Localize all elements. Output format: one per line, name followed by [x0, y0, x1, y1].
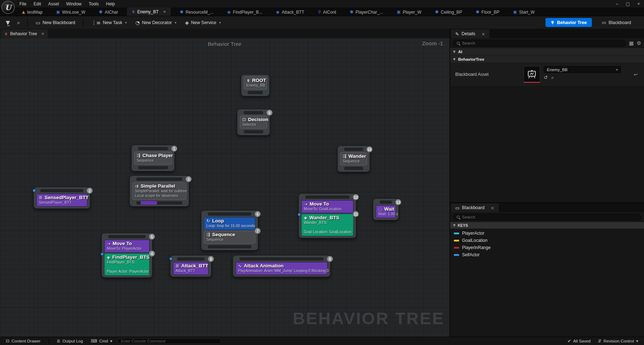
- input-connector[interactable]: [136, 178, 182, 181]
- input-connector[interactable]: [208, 212, 251, 216]
- menu-edit[interactable]: Edit: [30, 0, 45, 8]
- node-section-service[interactable]: ◈FindPlayer_BTSFindPlayer_BTS: Player Ac…: [104, 253, 150, 276]
- node-section-task[interactable]: ≣SensedPlayer_BTTSensedPlayer_BTT: [36, 194, 87, 207]
- output-connector[interactable]: [344, 167, 363, 170]
- asset-tab-floor_bp[interactable]: ⚉Floor_BP: [471, 8, 504, 16]
- input-connector[interactable]: [244, 111, 263, 114]
- node-section-task[interactable]: ◌WaitWait: 1.00 s: [376, 205, 396, 218]
- use-selected-asset-icon[interactable]: ↺: [544, 75, 548, 80]
- reset-to-default-icon[interactable]: ↩: [634, 72, 638, 77]
- bt-node-loop[interactable]: ↻LoopLoop: loop for 15.00 seconds⇶Sequen…: [201, 210, 258, 250]
- bt-node-decision[interactable]: ⊡DecisionSelector0: [237, 109, 270, 135]
- asset-tab-findplayer_b[interactable]: ◉FindPlayer_B...: [223, 8, 267, 16]
- bt-node-simple-parallel[interactable]: ⇉Simple ParallelSimpleParallel: wait for…: [129, 175, 189, 207]
- bt-node-move-to-player[interactable]: ⇢Move ToMoveTo: PlayerActor◈FindPlayer_B…: [101, 233, 152, 278]
- close-button[interactable]: ×: [633, 1, 644, 7]
- node-section-task[interactable]: ∿Attack AnimationPlayAnimation: Anim:'MM…: [236, 262, 328, 275]
- blackboard-key-selfactor[interactable]: SelfActor: [450, 251, 644, 258]
- input-connector[interactable]: [239, 257, 324, 261]
- node-section-composite[interactable]: ⇉Simple ParallelSimpleParallel: wait for…: [132, 182, 186, 200]
- blackboard-key-playeractor[interactable]: PlayerActor: [450, 230, 644, 237]
- blackboard-key-goallocation[interactable]: GoalLocation: [450, 237, 644, 244]
- input-connector[interactable]: [40, 189, 83, 192]
- asset-tab-start_w[interactable]: ▣Start_W: [508, 8, 539, 16]
- node-section-composite[interactable]: ⇶WanderSequence: [340, 152, 367, 165]
- graph-doc-tab[interactable]: ⋔ Behavior Tree ×: [1, 29, 48, 38]
- node-section-composite[interactable]: ⇶SequenceSequence: [204, 231, 255, 244]
- node-section-task[interactable]: ⇢Move ToMoveTo: GoalLocation: [301, 200, 353, 213]
- input-connector[interactable]: [305, 196, 350, 199]
- menu-help[interactable]: Help: [102, 0, 119, 8]
- save-icon[interactable]: ▼̲: [3, 18, 13, 27]
- bt-node-root[interactable]: ⋔ROOTEnemy_BB: [241, 74, 270, 96]
- output-connector[interactable]: [138, 166, 168, 169]
- asset-tab-aichar[interactable]: ⚉AIChar: [94, 8, 123, 16]
- unreal-logo-icon[interactable]: U: [1, 1, 15, 14]
- asset-tab-resourcem_[interactable]: ⚉ResourceM_...: [175, 8, 218, 16]
- menu-asset[interactable]: Asset: [45, 0, 63, 8]
- close-icon[interactable]: ×: [481, 31, 485, 37]
- bt-node-move-to-goal[interactable]: ⇢Move ToMoveTo: GoalLocation◈Wander_BTSW…: [298, 193, 356, 238]
- browse-to-asset-icon[interactable]: ⌕: [14, 18, 23, 27]
- bt-node-wander[interactable]: ⇶WanderSequence10: [337, 146, 370, 172]
- category-behavior-tree[interactable]: ▼ BehaviorTree: [450, 56, 644, 63]
- node-section-composite[interactable]: ⊡DecisionSelector: [240, 116, 267, 129]
- output-connector[interactable]: [248, 91, 263, 94]
- asset-tab-player_w[interactable]: ▣Player_W: [392, 8, 426, 16]
- details-tab[interactable]: ✎ Details ×: [451, 29, 489, 38]
- bt-node-attack-btt[interactable]: ≣Attack_BTTAttack_BTT8: [170, 255, 211, 277]
- node-section-task[interactable]: ⇢Move ToMoveTo: PlayerActor: [104, 240, 150, 253]
- minimize-button[interactable]: –: [612, 1, 622, 7]
- cmd-dropdown[interactable]: ⌨ Cmd ▾: [88, 339, 115, 344]
- keys-section-header[interactable]: ▼ KEYS: [450, 222, 644, 229]
- browse-to-asset-icon[interactable]: ⌕: [551, 75, 554, 80]
- bt-node-wait[interactable]: ◌WaitWait: 1.00 s13: [373, 198, 399, 220]
- input-connector[interactable]: [344, 148, 363, 151]
- category-ai[interactable]: ▼ AI: [450, 48, 644, 56]
- details-search-input[interactable]: Search: [453, 40, 626, 46]
- settings-gear-icon[interactable]: ⚙: [636, 40, 641, 46]
- content-drawer-button[interactable]: ⊟ Content Drawer: [3, 339, 44, 344]
- blackboard-tab[interactable]: ▭ Blackboard ×: [451, 203, 499, 212]
- node-section-decorator[interactable]: ↻LoopLoop: loop for 15.00 seconds: [204, 217, 255, 230]
- asset-tab-playerchar_[interactable]: ⚉PlayerChar_...: [345, 8, 388, 16]
- blackboard-search-input[interactable]: Search: [453, 214, 641, 220]
- property-matrix-icon[interactable]: ▦: [629, 40, 634, 46]
- all-saved-status[interactable]: ✔ All Saved: [565, 339, 594, 344]
- close-icon[interactable]: ×: [163, 9, 166, 14]
- asset-tab-attack_btt[interactable]: ◉Attack_BTT: [271, 8, 309, 16]
- node-section-service[interactable]: ◈Wander_BTSWander_BTS: Goal Location: Go…: [301, 214, 353, 236]
- asset-tab-testmap[interactable]: ▲testMap: [17, 8, 47, 16]
- asset-tab-winlose_w[interactable]: ▣WinLose_W: [51, 8, 90, 16]
- output-log-button[interactable]: ≣ Output Log: [54, 339, 86, 344]
- blackboard-asset-dropdown[interactable]: Enemy_BB ▾: [544, 66, 621, 73]
- node-section-task[interactable]: ≣Attack_BTTAttack_BTT: [173, 262, 209, 275]
- menu-tools[interactable]: Tools: [85, 0, 102, 8]
- console-command-input[interactable]: Enter Console Command: [117, 338, 221, 344]
- blackboard-mode-button[interactable]: ▭ Blackboard: [597, 18, 636, 27]
- output-connector[interactable]: [244, 130, 263, 133]
- close-icon[interactable]: ×: [41, 31, 45, 36]
- new-service-button[interactable]: ◈ New Service ▾: [182, 18, 224, 27]
- new-decorator-button[interactable]: ◔ New Decorator ▾: [132, 18, 180, 27]
- asset-tab-ceiling_bp[interactable]: ⚉Ceiling_BP: [430, 8, 467, 16]
- behavior-tree-canvas[interactable]: Behavior Tree Zoom -1 BEHAVIOR TREE ⋔ROO…: [0, 38, 449, 337]
- revision-control-button[interactable]: ⇵ Revision Control ▾: [595, 339, 641, 344]
- bt-node-chase-player[interactable]: ⇶Chase PlayerSequence1: [131, 145, 175, 171]
- node-section-composite[interactable]: ⋔ROOTEnemy_BB: [244, 77, 267, 89]
- asset-tab-enemy_bt[interactable]: ⋔Enemy_BT×: [127, 8, 171, 16]
- new-blackboard-button[interactable]: ▭ New Blackboard: [32, 18, 79, 27]
- menu-file[interactable]: File: [16, 0, 30, 8]
- bt-node-attack-animation[interactable]: ∿Attack AnimationPlayAnimation: Anim:'MM…: [233, 255, 330, 277]
- input-connector[interactable]: [138, 147, 168, 150]
- close-icon[interactable]: ×: [490, 205, 494, 211]
- menu-window[interactable]: Window: [63, 0, 85, 8]
- blackboard-asset-thumbnail[interactable]: [524, 66, 540, 83]
- input-connector[interactable]: [108, 235, 146, 238]
- maximize-button[interactable]: ▢: [622, 1, 633, 7]
- blackboard-key-playerinrange[interactable]: PlayerInRange: [450, 244, 644, 251]
- behavior-tree-mode-button[interactable]: ⋔ Behavior Tree: [545, 18, 592, 27]
- input-connector[interactable]: [177, 257, 205, 261]
- node-section-composite[interactable]: ⇶Chase PlayerSequence: [134, 152, 172, 165]
- bt-node-sensedplayer-btt[interactable]: ≣SensedPlayer_BTTSensedPlayer_BTT2: [33, 187, 90, 209]
